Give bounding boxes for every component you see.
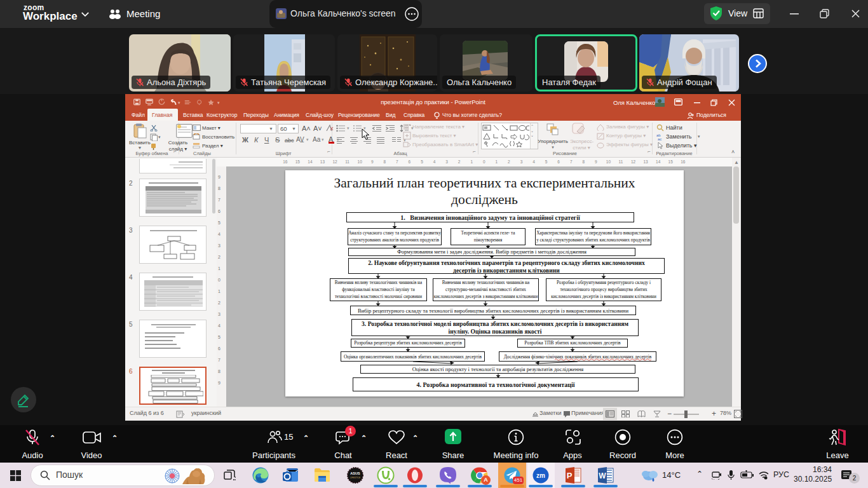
svg-text:ac: ac [658, 137, 661, 140]
svg-text:LIFESTYLE: LIFESTYLE [350, 477, 360, 479]
svg-text:P: P [567, 471, 573, 480]
svg-text:ASUS: ASUS [350, 471, 360, 475]
svg-text:W: W [599, 471, 606, 480]
svg-text:zm: zm [536, 472, 545, 479]
